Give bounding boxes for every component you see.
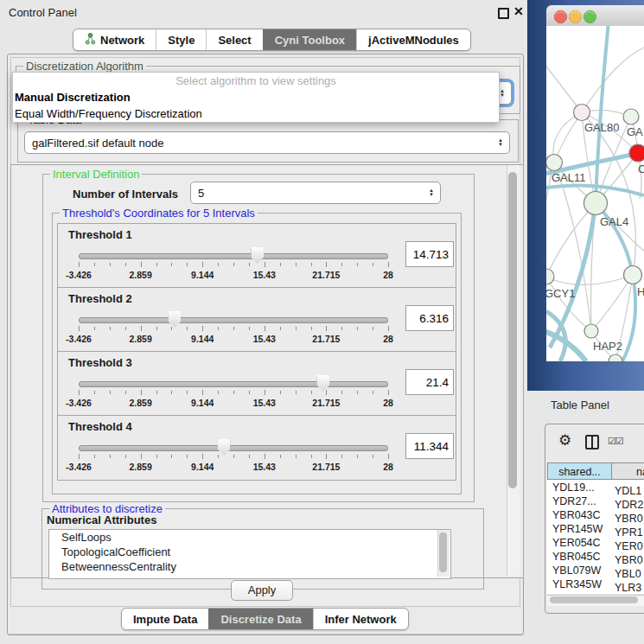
cell-shared-name: YDL19... [547, 481, 611, 494]
slider-tick-label: 28 [383, 270, 393, 280]
table-row[interactable]: YER054CYER0 [547, 536, 644, 550]
number-of-intervals-select[interactable]: 5 ▲▼ [190, 182, 441, 204]
slider-tick-label: 28 [383, 398, 393, 408]
threshold-value-field[interactable] [405, 433, 454, 459]
slider-tick [373, 391, 373, 394]
table-row[interactable]: YBR043CYBR0 [547, 508, 644, 522]
tab-discretize-data[interactable]: Discretize Data [208, 609, 312, 629]
table-row[interactable]: YDR27...YDR2 [547, 494, 644, 508]
slider-thumb[interactable] [218, 439, 231, 456]
slider-track[interactable] [79, 253, 388, 259]
slider-tick-label: -3.426 [66, 270, 92, 280]
gear-icon[interactable]: ⚙ [558, 431, 571, 450]
network-node-hap2[interactable] [584, 324, 598, 338]
table-row[interactable]: YLR345WYLR3 [547, 577, 644, 591]
slider-tick [233, 327, 234, 330]
slider-tick [296, 263, 296, 266]
slider-track[interactable] [79, 381, 388, 387]
minimize-icon[interactable] [498, 8, 509, 19]
slider-tick [326, 262, 327, 267]
zoom-light-icon[interactable] [583, 10, 596, 23]
settings-scrollbar-thumb[interactable] [508, 172, 517, 488]
algorithm-placeholder-item[interactable]: Select algorithm to view settings [13, 73, 499, 89]
network-node-gal80[interactable] [574, 105, 590, 121]
numerical-attributes-list: SelfLoopsTopologicalCoefficientBetweenne… [48, 529, 451, 579]
table-row[interactable]: YIL052CYIL0 [547, 591, 644, 594]
slider-thumb[interactable] [251, 247, 264, 264]
network-node-ga[interactable] [623, 109, 639, 124]
threshold-row-1: Threshold 1-3.4262.8599.14415.4321.71528 [57, 223, 456, 289]
network-node-gal11[interactable] [546, 155, 563, 171]
tab-select[interactable]: Select [206, 29, 262, 50]
tab-network[interactable]: Network [73, 29, 156, 50]
slider-tick [202, 454, 203, 459]
slider-tick [341, 455, 342, 458]
slider-tick [110, 455, 111, 458]
close-light-icon[interactable] [554, 10, 567, 23]
threshold-value-field[interactable] [405, 241, 454, 267]
network-node-c[interactable] [629, 144, 644, 162]
threshold-slider[interactable]: -3.4262.8599.14415.4321.71528 [79, 246, 388, 286]
table-row[interactable]: YDL19...YDL1 [547, 481, 644, 494]
table-row[interactable]: YBR045CYBR0 [547, 550, 644, 564]
slider-track[interactable] [79, 445, 388, 451]
table-data-value: galFiltered.sif default node [32, 137, 163, 150]
tab-style[interactable]: Style [156, 29, 206, 50]
minimize-light-icon[interactable] [569, 10, 582, 23]
algorithm-option-equal-width-frequency-discretization[interactable]: Equal Width/Frequency Discretization [13, 105, 499, 122]
table-row[interactable]: YBL079WYBL0 [547, 564, 644, 577]
tab-label: Select [218, 34, 251, 47]
slider-tick [265, 326, 265, 331]
tab-jactivemnodules[interactable]: jActiveMNodules [356, 29, 470, 50]
column-header-shared-name[interactable]: shared... [547, 462, 612, 480]
slider-tick [357, 263, 358, 266]
threshold-value-field[interactable] [405, 305, 454, 331]
slider-track[interactable] [79, 317, 388, 323]
slider-tick-label: 21.715 [312, 270, 340, 280]
control-panel-title: Control Panel [9, 6, 77, 19]
algorithm-option-manual-discretization[interactable]: Manual Discretization [13, 89, 499, 105]
column-header-name[interactable]: name [611, 462, 644, 480]
app-window: Control Panel ✕ NetworkStyleSelectCyni T… [0, 0, 644, 644]
slider-tick [280, 263, 281, 266]
table-data-select[interactable]: galFiltered.sif default node ▲▼ [24, 131, 510, 154]
slider-tick [357, 391, 358, 394]
threshold-slider[interactable]: -3.4262.8599.14415.4321.71528 [79, 438, 388, 478]
tab-label: Cyni Toolbox [275, 34, 345, 47]
tab-label: Impute Data [133, 613, 197, 626]
threshold-label: Threshold 2 [68, 292, 132, 305]
attributes-list-scrollbar-thumb[interactable] [439, 532, 447, 572]
tab-impute-data[interactable]: Impute Data [122, 609, 208, 629]
network-node-label: GAL80 [584, 121, 619, 134]
interval-definition-title: Interval Definition [50, 168, 142, 181]
slider-tick [94, 391, 95, 394]
slider-tick [156, 263, 157, 266]
thresholds-section-title: Threshold's Coordinates for 5 Intervals [60, 207, 258, 220]
slider-tick [326, 390, 327, 395]
slider-tick [373, 327, 373, 330]
slider-thumb[interactable] [168, 311, 181, 328]
threshold-slider[interactable]: -3.4262.8599.14415.4321.71528 [79, 310, 388, 350]
network-node-gal4[interactable] [584, 192, 608, 215]
slider-tick [79, 390, 80, 395]
network-node-gcy1[interactable] [546, 269, 554, 284]
attribute-item-betweennesscentrality[interactable]: BetweennessCentrality [49, 559, 450, 574]
apply-button[interactable]: Apply [231, 580, 293, 601]
slider-tick [341, 327, 342, 330]
network-node-h[interactable] [624, 266, 642, 284]
attribute-item-selfloops[interactable]: SelfLoops [49, 530, 450, 545]
slider-tick [202, 326, 203, 331]
attribute-item-topologicalcoefficient[interactable]: TopologicalCoefficient [49, 545, 450, 559]
network-canvas[interactable]: GAL80GACGAL11GAL4GCY1HHAP2 [546, 26, 644, 361]
column-select-icon[interactable]: ☑☑ [608, 436, 623, 447]
tab-label: Infer Network [325, 613, 397, 626]
tab-infer-network[interactable]: Infer Network [313, 609, 408, 629]
tab-cyni-toolbox[interactable]: Cyni Toolbox [263, 29, 356, 50]
close-icon[interactable]: ✕ [513, 4, 524, 18]
slider-thumb[interactable] [316, 375, 329, 392]
slider-tick [187, 263, 188, 266]
table-horizontal-scrollbar-thumb[interactable] [550, 596, 638, 603]
table-row[interactable]: YPR145WYPR1 [547, 522, 644, 536]
threshold-value-field[interactable] [405, 369, 454, 395]
threshold-slider[interactable]: -3.4262.8599.14415.4321.71528 [79, 374, 388, 414]
